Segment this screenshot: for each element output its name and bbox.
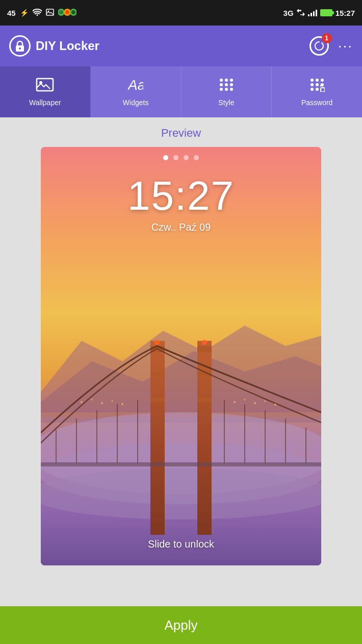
svg-point-19 bbox=[220, 88, 223, 91]
apply-bar[interactable]: Apply bbox=[0, 606, 362, 644]
app-icons bbox=[58, 8, 76, 18]
svg-point-22 bbox=[311, 79, 314, 82]
svg-point-7 bbox=[71, 10, 75, 14]
style-tab-label: Style bbox=[218, 98, 234, 107]
signal-icon bbox=[308, 9, 317, 16]
svg-point-35 bbox=[41, 468, 321, 519]
network-type: 3G bbox=[283, 9, 294, 17]
style-tab-icon bbox=[219, 78, 234, 95]
wifi-icon bbox=[33, 9, 42, 17]
svg-point-60 bbox=[112, 401, 113, 402]
svg-point-61 bbox=[121, 403, 123, 405]
wallpaper-tab-label: Wallpaper bbox=[29, 98, 61, 107]
app-bar-left: DIY Locker bbox=[9, 35, 99, 57]
widgets-tab-label: Widgets bbox=[123, 98, 149, 107]
svg-point-6 bbox=[65, 10, 69, 14]
status-left: 45 ⚡ bbox=[7, 8, 76, 18]
tab-widgets[interactable]: Aa Widgets bbox=[91, 66, 182, 117]
lock-icon bbox=[14, 40, 25, 52]
svg-point-63 bbox=[244, 399, 246, 401]
help-badge: 1 bbox=[322, 33, 332, 43]
svg-point-29 bbox=[316, 88, 319, 91]
clock-date: Czw.. Paź 09 bbox=[41, 221, 321, 233]
more-button[interactable]: ··· bbox=[338, 38, 353, 54]
svg-point-65 bbox=[265, 401, 266, 402]
svg-point-14 bbox=[225, 79, 228, 82]
main-content: Preview bbox=[0, 117, 362, 606]
phone-preview: 15:27 Czw.. Paź 09 Slide to unlock bbox=[41, 147, 321, 565]
svg-rect-36 bbox=[150, 341, 165, 535]
page-dot-3 bbox=[184, 155, 189, 160]
svg-point-23 bbox=[316, 79, 319, 82]
apply-button-label: Apply bbox=[164, 617, 197, 633]
svg-point-25 bbox=[311, 83, 314, 86]
tab-password[interactable]: Password bbox=[272, 66, 362, 117]
svg-point-58 bbox=[91, 399, 93, 401]
svg-point-44 bbox=[154, 340, 160, 345]
svg-point-21 bbox=[230, 88, 233, 91]
status-right: 3G 15:27 bbox=[283, 9, 355, 17]
usb-icon: ⚡ bbox=[20, 9, 29, 17]
tabs: Wallpaper Aa Widgets Style bbox=[0, 66, 362, 117]
svg-text:Aa: Aa bbox=[128, 78, 143, 92]
svg-point-28 bbox=[311, 88, 314, 91]
svg-point-66 bbox=[274, 404, 276, 406]
svg-point-15 bbox=[230, 79, 233, 82]
svg-point-16 bbox=[220, 83, 223, 86]
wallpaper-tab-icon bbox=[36, 78, 54, 95]
svg-rect-39 bbox=[150, 371, 165, 377]
svg-point-45 bbox=[202, 340, 207, 345]
page-dot-2 bbox=[173, 155, 178, 160]
password-tab-icon bbox=[309, 78, 325, 95]
svg-point-62 bbox=[234, 401, 236, 403]
refresh-icon bbox=[314, 41, 324, 51]
svg-point-9 bbox=[19, 47, 21, 49]
svg-point-20 bbox=[225, 88, 228, 91]
svg-point-57 bbox=[81, 401, 83, 403]
svg-rect-0 bbox=[46, 9, 54, 15]
svg-rect-40 bbox=[150, 397, 165, 402]
svg-point-24 bbox=[321, 79, 324, 82]
page-indicators bbox=[41, 155, 321, 160]
svg-point-13 bbox=[220, 79, 223, 82]
app-bar: DIY Locker 1 ··· bbox=[0, 26, 362, 66]
app-title: DIY Locker bbox=[36, 39, 99, 53]
tab-wallpaper[interactable]: Wallpaper bbox=[0, 66, 91, 117]
data-arrows-icon bbox=[297, 9, 305, 16]
svg-rect-43 bbox=[197, 397, 212, 402]
svg-point-18 bbox=[230, 83, 233, 86]
clock-display: 15:27 Czw.. Paź 09 bbox=[41, 172, 321, 233]
gallery-icon bbox=[46, 9, 54, 17]
password-tab-label: Password bbox=[301, 98, 332, 107]
status-time: 15:27 bbox=[335, 9, 355, 17]
page-dot-4 bbox=[194, 155, 199, 160]
svg-point-26 bbox=[316, 83, 319, 86]
app-bar-right: 1 ··· bbox=[309, 36, 353, 56]
svg-rect-30 bbox=[321, 88, 325, 92]
svg-rect-41 bbox=[197, 346, 212, 352]
svg-point-64 bbox=[254, 402, 256, 404]
help-button[interactable]: 1 bbox=[309, 36, 329, 56]
status-bar: 45 ⚡ 3G bbox=[0, 0, 362, 26]
svg-point-59 bbox=[101, 402, 103, 404]
svg-rect-56 bbox=[41, 462, 321, 466]
status-signal-number: 45 bbox=[7, 9, 16, 17]
svg-point-5 bbox=[59, 10, 63, 14]
svg-point-17 bbox=[225, 83, 228, 86]
battery-icon bbox=[320, 9, 332, 16]
clock-time: 15:27 bbox=[41, 172, 321, 219]
app-logo bbox=[9, 35, 31, 57]
preview-title: Preview bbox=[161, 127, 201, 140]
page-dot-1 bbox=[163, 155, 168, 160]
widgets-tab-icon: Aa bbox=[128, 78, 143, 95]
tab-style[interactable]: Style bbox=[182, 66, 272, 117]
slide-unlock-text: Slide to unlock bbox=[41, 538, 321, 550]
